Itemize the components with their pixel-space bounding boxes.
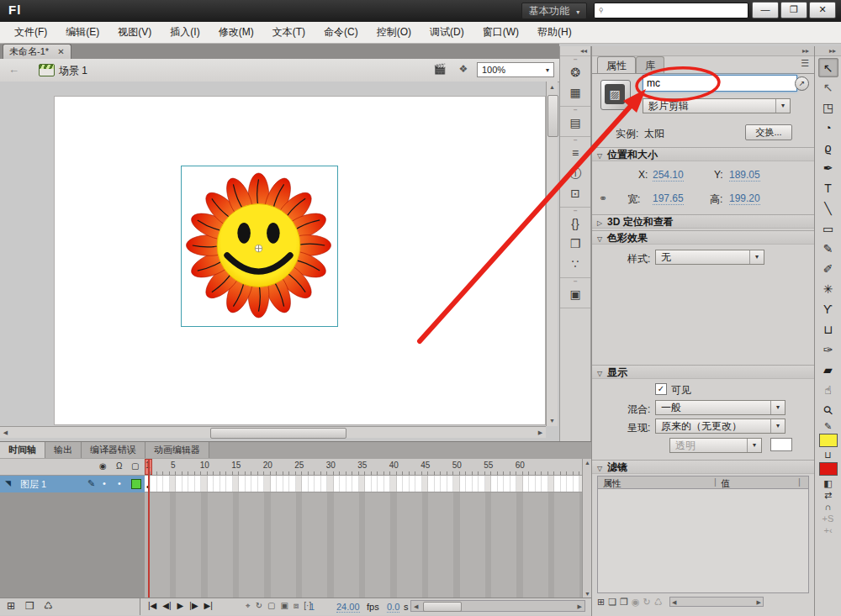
- swap-button[interactable]: 交换...: [745, 124, 792, 140]
- tab-properties[interactable]: 属性: [597, 56, 636, 74]
- timeline-horizontal-scrollbar[interactable]: ◀ ▶: [410, 600, 585, 612]
- document-tab[interactable]: 未命名-1* ✕: [3, 44, 71, 60]
- maximize-button[interactable]: ❐: [780, 2, 807, 18]
- transform-panel-icon[interactable]: ⊡: [564, 183, 586, 203]
- timeline-ruler[interactable]: 151015202530354045505560: [145, 459, 582, 476]
- fill-color-swatch[interactable]: [819, 462, 838, 476]
- section-filters[interactable]: ▽滤镜: [592, 460, 814, 474]
- section-display[interactable]: ▽显示: [592, 365, 814, 379]
- clipboard-button[interactable]: ❐: [620, 597, 628, 608]
- layer-visibility-dot[interactable]: •: [103, 478, 106, 488]
- snap-to-objects-icon[interactable]: ∩: [815, 501, 841, 513]
- step-back-button[interactable]: ◀|: [162, 601, 171, 610]
- timeline-tab-编译器错误[interactable]: 编译器错误: [82, 442, 145, 458]
- scroll-left-icon[interactable]: ◀: [414, 603, 418, 610]
- color-panel-icon[interactable]: ❂: [564, 62, 586, 82]
- stage-vertical-scrollbar[interactable]: ▲ ▼: [546, 82, 558, 426]
- bone-tool[interactable]: Ƴ: [818, 300, 838, 319]
- line-tool[interactable]: ╲: [818, 199, 838, 218]
- timeline-tab-动画编辑器[interactable]: 动画编辑器: [145, 442, 209, 458]
- menu-debug[interactable]: 调试(D): [420, 22, 473, 43]
- new-folder-button[interactable]: ❒: [25, 600, 34, 612]
- menu-text[interactable]: 文本(T): [263, 22, 315, 43]
- workspace-switcher[interactable]: 基本功能 ▾: [521, 3, 587, 19]
- center-frame-button[interactable]: ⌖: [246, 601, 251, 611]
- outline-column-icon[interactable]: ▢: [131, 461, 139, 471]
- enable-filter-button[interactable]: ◉: [632, 597, 640, 608]
- symbol-preview-button[interactable]: ▨: [600, 80, 631, 110]
- menu-commands[interactable]: 命令(C): [315, 22, 368, 43]
- menu-control[interactable]: 控制(O): [368, 22, 420, 43]
- collapse-to-icons-icon[interactable]: ▸▸: [802, 47, 809, 55]
- section-3d[interactable]: ▷3D 定位和查看: [592, 214, 814, 229]
- reset-filter-button[interactable]: ↻: [643, 597, 651, 608]
- scrollbar-thumb[interactable]: [423, 602, 462, 612]
- eraser-tool[interactable]: ▰: [818, 361, 838, 380]
- add-filter-button[interactable]: ⊞: [597, 597, 605, 608]
- stroke-color-swatch[interactable]: [819, 434, 838, 447]
- scroll-down-icon[interactable]: ▼: [584, 591, 590, 597]
- lock-aspect-ratio-icon[interactable]: ⚭: [599, 192, 607, 204]
- onion-skin-button[interactable]: ▢: [267, 601, 275, 611]
- components-panel-icon[interactable]: ❒: [564, 234, 586, 254]
- scroll-left-icon[interactable]: ◀: [0, 427, 11, 438]
- width-value[interactable]: 197.65: [653, 192, 684, 205]
- default-colors-icon[interactable]: ◧: [815, 477, 841, 489]
- straighten-icon[interactable]: +‹: [815, 524, 841, 536]
- align-panel-icon[interactable]: ≡: [564, 143, 586, 163]
- paint-bucket-tool[interactable]: ⊔: [818, 320, 838, 340]
- selection-tool[interactable]: ↖: [818, 58, 838, 77]
- style-dropdown[interactable]: 无 ▾: [655, 250, 764, 265]
- scroll-right-icon[interactable]: ▶: [757, 599, 761, 606]
- presets-button[interactable]: ❏: [608, 597, 616, 608]
- smooth-icon[interactable]: +S: [815, 513, 841, 524]
- frame-rate-value[interactable]: 24.00: [336, 602, 360, 613]
- scroll-down-icon[interactable]: ▼: [547, 415, 558, 426]
- alpha-color-swatch[interactable]: [770, 438, 792, 451]
- menu-view[interactable]: 视图(V): [108, 22, 161, 43]
- motion-presets-panel-icon[interactable]: ▤: [564, 113, 586, 133]
- motion-editor-panel-icon[interactable]: ∵: [564, 254, 586, 274]
- expand-dock-icon[interactable]: ◂◂: [560, 46, 590, 56]
- menu-edit[interactable]: 编辑(E): [56, 22, 108, 43]
- delete-layer-button[interactable]: ♺: [44, 600, 53, 612]
- menu-window[interactable]: 窗口(W): [473, 22, 528, 43]
- subselection-tool[interactable]: ↖: [818, 78, 838, 97]
- go-to-first-frame-button[interactable]: |◀: [148, 601, 156, 610]
- 3d-rotation-tool[interactable]: ◔: [818, 118, 838, 138]
- pencil-tool[interactable]: ✎: [818, 240, 838, 259]
- back-arrow-icon[interactable]: ←: [8, 63, 19, 76]
- section-color-effect[interactable]: ▽色彩效果: [592, 230, 814, 245]
- layer-lock-dot[interactable]: •: [118, 478, 121, 488]
- deco-tool[interactable]: ✳: [818, 280, 838, 299]
- scrollbar-thumb[interactable]: [547, 95, 558, 137]
- symbol-type-dropdown[interactable]: 影片剪辑 ▾: [643, 98, 791, 113]
- timeline-tab-时间轴[interactable]: 时间轴: [0, 442, 45, 458]
- loop-button[interactable]: ↻: [256, 601, 262, 611]
- project-panel-icon[interactable]: ▣: [564, 284, 586, 304]
- stage[interactable]: [55, 97, 545, 424]
- scene-label[interactable]: 场景 1: [59, 64, 87, 78]
- menu-help[interactable]: 帮助(H): [528, 22, 581, 43]
- stage-zoom-control[interactable]: 100% ▾: [477, 62, 554, 77]
- lock-column-icon[interactable]: Ω: [116, 461, 122, 471]
- show-hide-column-icon[interactable]: ◉: [99, 461, 107, 471]
- menu-modify[interactable]: 修改(M): [209, 22, 263, 43]
- minimize-button[interactable]: —: [752, 2, 779, 18]
- scroll-right-icon[interactable]: ▶: [578, 603, 582, 610]
- play-button[interactable]: ▶: [177, 601, 184, 610]
- free-transform-tool[interactable]: ◳: [818, 98, 838, 118]
- scroll-up-icon[interactable]: ▲: [584, 460, 590, 466]
- playhead-line[interactable]: [148, 459, 150, 598]
- instance-name-input[interactable]: [643, 75, 797, 92]
- panel-menu-icon[interactable]: ☰: [801, 58, 809, 69]
- new-layer-button[interactable]: ⊞: [7, 600, 15, 612]
- filters-table-body[interactable]: [597, 489, 809, 593]
- edit-multiple-frames-button[interactable]: ⧈: [294, 601, 299, 611]
- y-value[interactable]: 189.05: [729, 169, 760, 182]
- timeline-vertical-scrollbar[interactable]: ▲ ▼: [582, 459, 591, 598]
- timeline-tab-输出[interactable]: 输出: [45, 442, 82, 458]
- collapse-to-icons-icon[interactable]: ▸▸: [829, 47, 836, 55]
- swap-colors-icon[interactable]: ⇄: [815, 489, 841, 501]
- pen-tool[interactable]: ✒: [818, 159, 838, 178]
